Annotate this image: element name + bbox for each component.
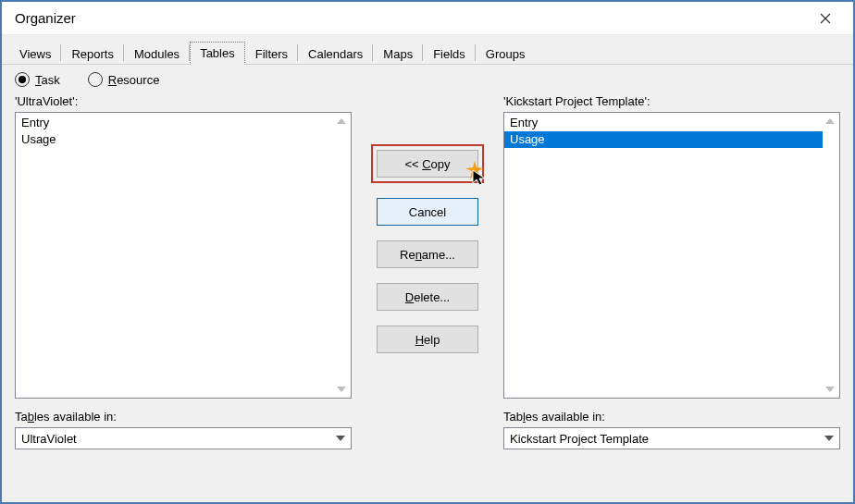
- tab-strip: ViewsReportsModulesTablesFiltersCalendar…: [2, 35, 853, 65]
- tab-views[interactable]: Views: [9, 43, 61, 65]
- radio-circle-icon: [88, 72, 103, 87]
- cancel-button[interactable]: Cancel: [377, 198, 478, 226]
- left-list-label: 'UltraViolet':: [15, 94, 352, 108]
- help-button-label: Help: [415, 333, 440, 347]
- tab-calendars[interactable]: Calendars: [298, 43, 373, 65]
- left-available-combo[interactable]: UltraViolet: [15, 427, 352, 449]
- left-listbox[interactable]: EntryUsage: [15, 112, 352, 399]
- cancel-button-label: Cancel: [409, 205, 446, 219]
- left-available: Tables available in: UltraViolet: [15, 399, 352, 449]
- scroll-up-icon: [825, 118, 835, 124]
- right-list-label: 'Kickstart Project Template':: [503, 94, 840, 108]
- radio-resource[interactable]: Resource: [88, 72, 160, 87]
- tab-modules[interactable]: Modules: [124, 43, 190, 65]
- chevron-down-icon: [824, 436, 834, 441]
- tab-groups[interactable]: Groups: [476, 43, 536, 65]
- list-item[interactable]: Entry: [19, 115, 330, 131]
- close-icon: [820, 13, 831, 24]
- right-available: Tables available in: Kickstart Project T…: [503, 399, 840, 449]
- tab-maps[interactable]: Maps: [373, 43, 423, 65]
- svg-marker-3: [473, 170, 485, 185]
- copy-button-label: << Copy: [404, 157, 450, 171]
- chevron-down-icon: [336, 436, 345, 441]
- tab-reports[interactable]: Reports: [61, 43, 124, 65]
- right-panel: 'Kickstart Project Template': EntryUsage: [503, 92, 840, 399]
- copy-button[interactable]: << Copy: [377, 150, 478, 178]
- delete-button[interactable]: Delete...: [377, 283, 478, 311]
- scroll-down-icon: [337, 387, 346, 392]
- list-item[interactable]: Usage: [504, 131, 823, 148]
- left-panel: 'UltraViolet': EntryUsage: [15, 92, 352, 399]
- list-item[interactable]: Usage: [19, 131, 330, 148]
- delete-button-label: Delete...: [405, 290, 450, 304]
- titlebar: Organizer: [2, 2, 853, 35]
- rename-button-label: Rename...: [400, 248, 455, 262]
- close-button[interactable]: [807, 6, 844, 31]
- action-column: << Copy Cancel Rename... Delete... Help: [363, 92, 492, 399]
- item-type-radiogroup: Task Resource: [2, 65, 853, 92]
- rename-button[interactable]: Rename...: [377, 240, 478, 268]
- copy-highlight-box: << Copy: [371, 144, 484, 183]
- tab-filters[interactable]: Filters: [245, 43, 298, 65]
- left-scrollbar[interactable]: [334, 115, 349, 396]
- radio-task[interactable]: Task: [15, 72, 60, 87]
- right-available-combo[interactable]: Kickstart Project Template: [503, 427, 840, 449]
- cursor-icon: [471, 168, 489, 187]
- window-title: Organizer: [15, 10, 76, 26]
- radio-resource-label: Resource: [108, 73, 160, 87]
- scroll-down-icon: [825, 387, 835, 392]
- right-available-label: Tables available in:: [503, 410, 840, 424]
- help-button[interactable]: Help: [377, 326, 478, 353]
- scroll-up-icon: [337, 118, 346, 124]
- radio-dot-icon: [15, 72, 30, 87]
- left-available-label: Tables available in:: [15, 410, 352, 424]
- organizer-dialog: Organizer ViewsReportsModulesTablesFilte…: [0, 0, 855, 504]
- list-item[interactable]: Entry: [508, 115, 819, 131]
- right-scrollbar[interactable]: [823, 115, 837, 396]
- right-combo-value: Kickstart Project Template: [510, 432, 649, 446]
- left-combo-value: UltraViolet: [21, 432, 77, 446]
- tab-fields[interactable]: Fields: [423, 43, 476, 65]
- right-listbox[interactable]: EntryUsage: [503, 112, 840, 399]
- radio-task-label: Task: [35, 73, 60, 87]
- tab-tables[interactable]: Tables: [190, 42, 245, 65]
